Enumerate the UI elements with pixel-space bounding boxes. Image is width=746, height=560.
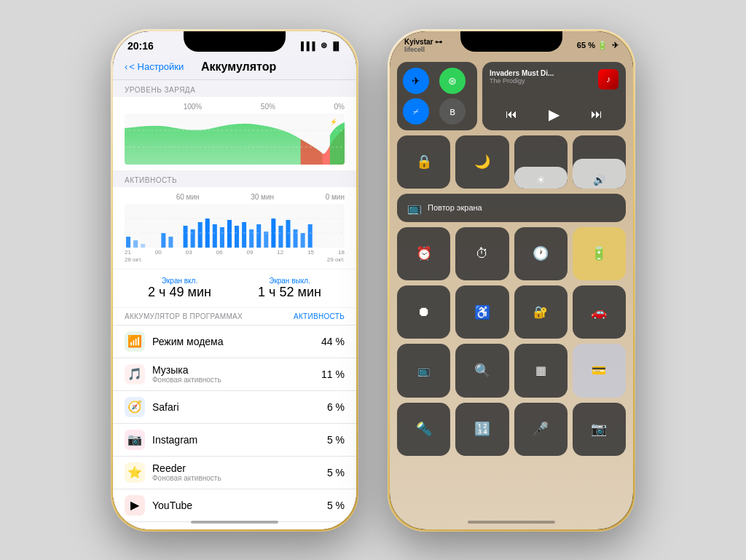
app-list-header: АККУМУЛЯТОР В ПРОГРАММАХ АКТИВНОСТЬ bbox=[113, 308, 356, 326]
wallet-btn[interactable]: 💳 bbox=[573, 344, 626, 397]
svg-text:⚡: ⚡ bbox=[330, 118, 338, 125]
time-display: 20:16 bbox=[127, 40, 154, 52]
music-info: Invaders Must Di... The Prodigy bbox=[490, 69, 554, 84]
back-button[interactable]: ‹ < Настройки bbox=[125, 61, 184, 72]
app-pct: 11 % bbox=[321, 368, 345, 380]
app-name: Музыка bbox=[152, 364, 321, 376]
list-item[interactable]: 📷 Instagram 5 % bbox=[113, 424, 356, 457]
calculator-btn[interactable]: 🔢 bbox=[455, 403, 509, 456]
phone-left: 20:16 ▌▌▌ ⊛ ▐▌ ‹ < Настройки Аккумулятор bbox=[111, 29, 358, 532]
app-pct: 44 % bbox=[321, 336, 345, 347]
app-sub: Фоновая активность bbox=[152, 474, 327, 482]
volume-slider[interactable]: 🔊 bbox=[573, 135, 626, 189]
app-info: Instagram bbox=[152, 434, 327, 446]
music-artist: The Prodigy bbox=[490, 77, 554, 84]
music-title: Invaders Must Di... bbox=[490, 69, 554, 77]
battery-chart: ⚡ bbox=[125, 114, 345, 165]
screen-on-value: 2 ч 49 мин bbox=[148, 285, 211, 300]
airplane-mode-btn[interactable]: ✈ bbox=[403, 68, 429, 94]
app-icon-youtube: ▶ bbox=[125, 495, 145, 516]
camera-btn[interactable]: 📷 bbox=[573, 403, 626, 456]
signal-icon: ▌▌▌ bbox=[301, 42, 318, 50]
brightness-slider[interactable]: ☀ bbox=[514, 135, 568, 189]
list-item[interactable]: 📶 Режим модема 44 % bbox=[113, 326, 356, 358]
prev-btn[interactable]: ⏮ bbox=[506, 108, 517, 121]
alarm-btn[interactable]: ⏰ bbox=[397, 227, 450, 280]
svg-rect-15 bbox=[235, 226, 239, 248]
svg-rect-21 bbox=[278, 226, 283, 248]
svg-rect-13 bbox=[220, 227, 224, 248]
cc-carrier-info: Kyivstar ⊶ lifecell bbox=[404, 38, 442, 53]
svg-rect-18 bbox=[256, 224, 261, 248]
secure-btn[interactable]: 🔐 bbox=[514, 285, 568, 339]
app-icon-music: 🎵 bbox=[125, 364, 145, 384]
accessibility-btn[interactable]: ♿ bbox=[455, 285, 509, 339]
svg-rect-14 bbox=[227, 220, 232, 248]
qr-btn[interactable]: ▦ bbox=[514, 344, 568, 397]
activity-chart-section: 60 мин 30 мин 0 мин bbox=[113, 187, 356, 269]
cc-row5: ⏺ ♿ 🔐 🚗 bbox=[397, 285, 626, 339]
svg-rect-6 bbox=[161, 233, 165, 248]
chart-label-100: 100% bbox=[184, 103, 203, 111]
app-list-action[interactable]: АКТИВНОСТЬ bbox=[294, 312, 345, 320]
battery-pct: 65 % 🔋 bbox=[577, 41, 608, 50]
scene: 20:16 ▌▌▌ ⊛ ▐▌ ‹ < Настройки Аккумулятор bbox=[0, 0, 746, 560]
time-labels: 21 00 03 06 09 12 15 18 bbox=[125, 249, 345, 256]
bluetooth-btn[interactable]: ʙ bbox=[439, 98, 466, 125]
cc-row2: 🔒 🌙 ☀ 🔊 bbox=[397, 135, 626, 189]
battery-widget-btn[interactable]: 🔋 bbox=[573, 227, 626, 280]
home-indicator-left bbox=[191, 521, 278, 524]
flashlight-btn[interactable]: 🔦 bbox=[397, 403, 450, 456]
mirror-label: Повтор экрана bbox=[428, 203, 482, 212]
music-controls: ⏮ ▶ ⏭ bbox=[490, 106, 619, 123]
clock-btn[interactable]: 🕐 bbox=[514, 227, 568, 280]
app-name: Instagram bbox=[152, 434, 327, 446]
svg-rect-10 bbox=[198, 222, 203, 248]
screen-mirror-btn[interactable]: 📺 Повтор экрана bbox=[397, 194, 626, 222]
next-btn[interactable]: ⏭ bbox=[591, 108, 602, 121]
connectivity-block: ✈ ⊛ ⌿ ʙ bbox=[397, 62, 477, 130]
list-item[interactable]: 🧭 Safari 6 % bbox=[113, 391, 356, 424]
screen-on-item: Экран вкл. 2 ч 49 мин bbox=[148, 277, 211, 300]
notch-right bbox=[460, 31, 562, 52]
record-btn[interactable]: ⏺ bbox=[397, 285, 450, 339]
play-btn[interactable]: ▶ bbox=[549, 106, 560, 123]
cc-grid: ✈ ⊛ ⌿ ʙ Invaders Must Di... The Prodigy bbox=[390, 58, 633, 460]
screen-off-label: Экран выкл. bbox=[258, 277, 321, 285]
app-pct: 6 % bbox=[327, 401, 345, 413]
notch-left bbox=[184, 31, 286, 52]
wifi-btn[interactable]: ⌿ bbox=[403, 98, 429, 125]
svg-rect-9 bbox=[191, 229, 195, 248]
page-title: Аккумулятор bbox=[184, 60, 294, 74]
do-not-disturb-btn[interactable]: 🌙 bbox=[455, 135, 509, 189]
screen-off-item: Экран выкл. 1 ч 52 мин bbox=[258, 277, 321, 300]
svg-rect-4 bbox=[133, 240, 138, 248]
app-pct: 5 % bbox=[327, 434, 345, 446]
cc-right-status: 65 % 🔋 ✈ bbox=[577, 41, 619, 50]
carrier1: Kyivstar ⊶ bbox=[404, 38, 442, 46]
svg-rect-7 bbox=[168, 237, 173, 248]
car-btn[interactable]: 🚗 bbox=[573, 285, 626, 339]
apple-tv-btn[interactable]: 📺 bbox=[397, 344, 450, 397]
app-name: Режим модема bbox=[152, 336, 321, 347]
back-chevron: ‹ bbox=[125, 61, 127, 72]
screen-off-value: 1 ч 52 мин bbox=[258, 285, 321, 300]
app-icon-reeder: ⭐ bbox=[125, 462, 145, 483]
chart-label-0: 0% bbox=[334, 103, 345, 111]
svg-rect-23 bbox=[294, 229, 298, 248]
chart-header: 100% 50% 0% bbox=[125, 103, 345, 111]
cc-row3: 📺 Повтор экрана bbox=[397, 194, 626, 222]
list-item[interactable]: ⭐ Reeder Фоновая активность 5 % bbox=[113, 457, 356, 489]
list-item[interactable]: ▶ YouTube 5 % bbox=[113, 489, 356, 522]
voice-memos-btn[interactable]: 🎤 bbox=[514, 403, 568, 456]
timer-btn[interactable]: ⏱ bbox=[455, 227, 509, 280]
magnifier-btn[interactable]: 🔍 bbox=[455, 344, 509, 397]
cellular-btn[interactable]: ⊛ bbox=[439, 68, 466, 94]
svg-rect-5 bbox=[141, 244, 145, 248]
app-icon-instagram: 📷 bbox=[125, 430, 145, 450]
mirror-icon: 📺 bbox=[407, 201, 422, 215]
list-item[interactable]: 🎵 Музыка Фоновая активность 11 % bbox=[113, 358, 356, 391]
app-sub: Фоновая активность bbox=[152, 376, 321, 384]
orientation-lock-btn[interactable]: 🔒 bbox=[397, 135, 450, 189]
app-name-youtube: YouTube bbox=[152, 500, 327, 511]
